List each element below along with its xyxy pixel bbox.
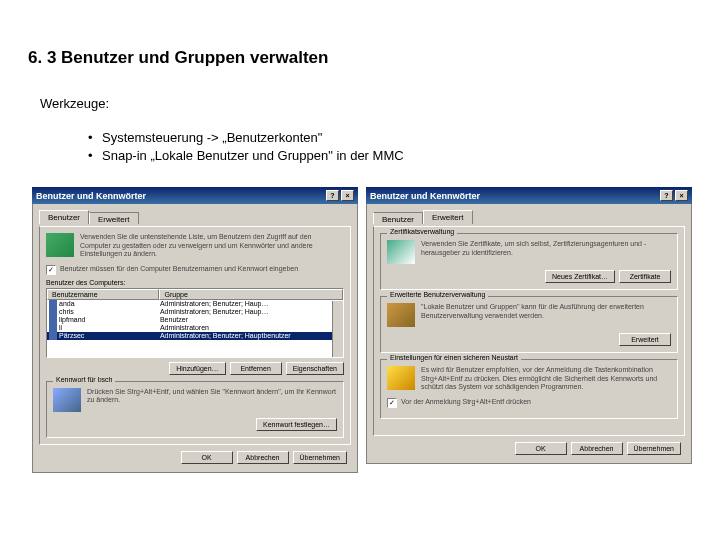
tab-advanced[interactable]: Erweitert — [89, 212, 139, 224]
set-password-button[interactable]: Kennwort festlegen… — [256, 418, 337, 431]
password-legend: Kennwort für bsch — [53, 376, 115, 383]
require-login-checkbox[interactable]: ✓ — [46, 265, 56, 275]
secure-text: Es wird für Benutzer empfohlen, vor der … — [421, 366, 671, 391]
require-login-label: Benutzer müssen für den Computer Benutze… — [60, 265, 298, 273]
help-button[interactable]: ? — [326, 190, 339, 201]
window-title: Benutzer und Kennwörter — [36, 191, 146, 201]
properties-button[interactable]: Eigenschaften — [286, 362, 344, 375]
key-icon — [387, 366, 415, 390]
dialog-users-advanced: Benutzer und Kennwörter ? × Benutzer Erw… — [366, 187, 692, 472]
section-heading: 6. 3 Benutzer und Gruppen verwalten — [28, 48, 696, 68]
ok-button[interactable]: OK — [515, 442, 567, 455]
window-title: Benutzer und Kennwörter — [370, 191, 480, 201]
table-row[interactable]: andaAdministratoren; Benutzer; Haup… — [47, 300, 343, 308]
certificates-button[interactable]: Zertifikate — [619, 270, 671, 283]
cert-text: Verwenden Sie Zertifikate, um sich selbs… — [421, 240, 671, 257]
table-row-selected[interactable]: PärzsecAdministratoren; Benutzer; Hauptb… — [47, 332, 343, 340]
remove-button[interactable]: Entfernen — [230, 362, 282, 375]
tab-advanced[interactable]: Erweitert — [423, 210, 473, 224]
bullet-item: Systemsteuerung -> „Benutzerkonten" — [88, 129, 696, 147]
ok-button[interactable]: OK — [181, 451, 233, 464]
password-text: Drücken Sie Strg+Alt+Entf, und wählen Si… — [87, 388, 337, 405]
close-button[interactable]: × — [341, 190, 354, 201]
advanced-button[interactable]: Erweitert — [619, 333, 671, 346]
tools-label: Werkzeuge: — [40, 96, 696, 111]
advanced-text: "Lokale Benutzer und Gruppen" kann für d… — [421, 303, 671, 320]
secure-login-label: Vor der Anmeldung Strg+Alt+Entf drücken — [401, 398, 531, 406]
add-button[interactable]: Hinzufügen… — [169, 362, 225, 375]
table-row[interactable]: lipfmandBenutzer — [47, 316, 343, 324]
certificate-icon — [387, 240, 415, 264]
column-group[interactable]: Gruppe — [159, 289, 343, 300]
group-icon — [387, 303, 415, 327]
dialog-users-basic: Benutzer und Kennwörter ? × Benutzer Erw… — [32, 187, 358, 472]
column-username[interactable]: Benutzername — [47, 289, 159, 300]
intro-text: Verwenden Sie die untenstehende Liste, u… — [80, 233, 344, 258]
table-row[interactable]: liAdministratoren — [47, 324, 343, 332]
scrollbar[interactable] — [332, 301, 343, 357]
tab-users[interactable]: Benutzer — [39, 210, 89, 224]
titlebar: Benutzer und Kennwörter ? × — [366, 187, 692, 204]
secure-legend: Einstellungen für einen sicheren Neustar… — [387, 354, 521, 361]
apply-button[interactable]: Übernehmen — [293, 451, 347, 464]
users-icon — [46, 233, 74, 257]
help-button[interactable]: ? — [660, 190, 673, 201]
new-certificate-button[interactable]: Neues Zertifikat… — [545, 270, 615, 283]
tools-list: Systemsteuerung -> „Benutzerkonten" Snap… — [88, 129, 696, 165]
users-listview[interactable]: Benutzername Gruppe andaAdministratoren;… — [46, 288, 344, 358]
close-button[interactable]: × — [675, 190, 688, 201]
bullet-item: Snap-in „Lokale Benutzer und Gruppen" in… — [88, 147, 696, 165]
computer-icon — [53, 388, 81, 412]
cert-legend: Zertifikatsverwaltung — [387, 228, 457, 235]
cancel-button[interactable]: Abbrechen — [571, 442, 623, 455]
cancel-button[interactable]: Abbrechen — [237, 451, 289, 464]
users-list-label: Benutzer des Computers: — [46, 279, 344, 286]
titlebar: Benutzer und Kennwörter ? × — [32, 187, 358, 204]
advanced-legend: Erweiterte Benutzerverwaltung — [387, 291, 488, 298]
apply-button[interactable]: Übernehmen — [627, 442, 681, 455]
secure-login-checkbox[interactable]: ✓ — [387, 398, 397, 408]
tab-users[interactable]: Benutzer — [373, 212, 423, 224]
table-row[interactable]: chrisAdministratoren; Benutzer; Haup… — [47, 308, 343, 316]
